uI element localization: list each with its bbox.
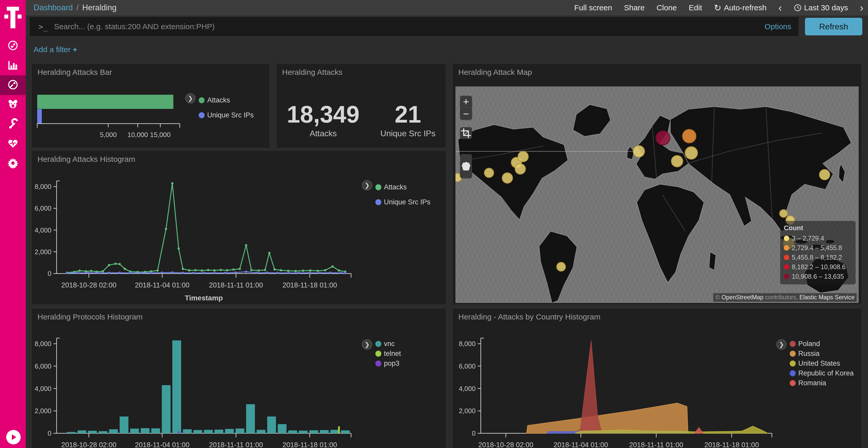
query-options-link[interactable]: Options [765,22,791,31]
svg-text:2018-11-11 01:00: 2018-11-11 01:00 [629,441,683,448]
panel-country-histogram: Heralding - Attacks by Country Histogram… [452,308,862,448]
attack-location-marker[interactable] [485,168,494,177]
metric-attacks: 18,349 Attacks [287,102,359,138]
legend-label[interactable]: Russia [798,350,820,358]
map-zoom-out-button[interactable]: − [460,108,472,120]
legend-label[interactable]: Attacks [207,96,230,104]
sidebar-item-monitoring[interactable] [0,134,26,154]
clock-icon [794,4,802,12]
refresh-button[interactable]: Refresh [805,18,862,35]
sidebar-item-timelion[interactable] [0,95,26,114]
legend-toggle-button[interactable]: ❯ [776,339,786,350]
openstreetmap-link[interactable]: OpenStreetMap [721,294,764,301]
svg-text:0: 0 [472,429,475,437]
legend-item[interactable]: Poland [790,339,854,349]
attack-location-marker[interactable] [633,146,645,157]
legend-label[interactable]: Poland [798,340,820,348]
edit-button[interactable]: Edit [689,3,702,12]
time-back-button[interactable]: ‹ [778,3,782,13]
legend-label[interactable]: Unique Src IPs [207,111,254,119]
sidebar-item-dashboard[interactable] [0,75,26,95]
attack-location-marker[interactable] [780,210,787,217]
svg-text:Timestamp: Timestamp [185,294,223,302]
attack-location-marker[interactable] [518,151,528,162]
legend: ❯PolandRussiaUnited StatesRepublic of Ko… [790,339,854,388]
legend-range-label: 3 – 2,729.4 [792,235,824,242]
attack-location-marker[interactable] [685,147,698,159]
attack-location-marker[interactable] [656,131,670,145]
legend-item[interactable]: Unique Src IPs [375,195,430,210]
dashboard-grid: Heralding Attacks Bar 5,00010,00015,000 … [26,61,868,448]
svg-text:4,000: 4,000 [35,226,52,234]
clone-button[interactable]: Clone [657,3,677,12]
legend-label[interactable]: Unique Src IPs [384,198,430,206]
legend-toggle-button[interactable]: ❯ [362,339,372,350]
map-zoom-in-button[interactable]: + [460,96,472,108]
attacks-line-chart[interactable]: 02,0004,0006,0008,0002018-10-28 02:00201… [32,151,446,305]
legend-toggle-button[interactable]: ❯ [362,180,372,191]
sidebar-collapse-button[interactable] [6,430,21,444]
panel-title: Heralding Attacks Histogram [37,155,135,164]
sidebar-item-discover[interactable] [0,36,26,56]
metric-unique-src-ips: 21 Unique Src IPs [380,102,435,138]
svg-text:4,000: 4,000 [459,385,475,392]
attack-location-marker[interactable] [502,173,513,183]
panel-attacks-metric: Heralding Attacks 18,349 Attacks 21 Uniq… [276,64,446,148]
legend-range-label: 10,908.6 – 13,635 [792,273,844,280]
add-filter-link[interactable]: Add a filter+ [34,45,77,54]
legend-item[interactable]: Attacks [199,93,254,108]
legend-item[interactable]: Romania [790,378,854,388]
map-draw-rectangle-button[interactable] [460,166,472,178]
attack-location-marker[interactable] [672,156,683,167]
legend-item[interactable]: vnc [375,339,401,349]
search-input[interactable] [54,22,765,31]
map-crop-icon[interactable] [460,127,472,139]
legend-label[interactable]: Attacks [384,183,407,191]
legend-item[interactable]: telnet [375,349,401,358]
sidebar-item-visualize[interactable] [0,56,26,75]
legend-item[interactable]: Russia [790,349,854,358]
map-legend-entry: 2,729.4 – 5,455.8 [784,243,852,253]
attack-location-marker[interactable] [819,170,830,180]
legend-item[interactable]: Attacks [375,180,430,195]
legend-toggle-button[interactable]: ❯ [185,93,195,103]
wrench-icon [7,118,19,131]
legend-label[interactable]: Republic of Korea [798,369,854,377]
attack-location-marker[interactable] [515,164,525,174]
gauge-icon [7,79,19,92]
legend-item[interactable]: Republic of Korea [790,368,854,378]
full-screen-button[interactable]: Full screen [574,3,612,12]
legend-dot [375,199,381,205]
attack-location-marker[interactable] [683,129,696,143]
legend-dot [784,255,789,260]
time-range-picker[interactable]: Last 30 days [794,3,848,12]
map-legend-entry: 10,908.6 – 13,635 [784,272,852,281]
map-fit-control [460,127,472,139]
elastic-maps-service-link[interactable]: Elastic Maps Service [800,294,855,301]
legend-label[interactable]: Romania [798,379,826,387]
sidebar-item-dev-tools[interactable] [0,114,26,134]
auto-refresh-button[interactable]: ↻ Auto-refresh [714,3,767,13]
legend-item[interactable]: Unique Src IPs [199,108,254,123]
legend-item[interactable]: United States [790,358,854,368]
legend-label[interactable]: United States [798,359,840,368]
metric-value: 18,349 [287,102,359,126]
legend-item[interactable]: pop3 [375,358,401,368]
svg-text:10,000: 10,000 [127,131,148,139]
share-button[interactable]: Share [624,3,645,12]
legend-label[interactable]: telnet [384,350,401,358]
t-mobile-logo[interactable] [0,0,26,36]
time-forward-button[interactable]: › [860,3,863,13]
attack-location-marker[interactable] [557,263,565,271]
metric-values: 18,349 Attacks 21 Unique Src IPs [276,102,446,138]
protocols-bar-chart[interactable]: 02,0004,0006,0008,0002018-10-28 02:00201… [32,308,446,448]
breadcrumb-dashboard-link[interactable]: Dashboard [34,3,73,12]
svg-text:2018-11-18 01:00: 2018-11-18 01:00 [283,281,337,289]
world-map[interactable]: + − Count 3 – 2,729.42,729.4 – 5,455.85,… [456,87,859,303]
sidebar-item-management[interactable] [0,154,26,173]
gear-icon [7,157,19,170]
legend-label[interactable]: vnc [384,340,395,348]
svg-text:0: 0 [48,270,52,277]
panel-title: Heralding Attack Map [458,68,532,77]
legend-label[interactable]: pop3 [384,359,399,368]
